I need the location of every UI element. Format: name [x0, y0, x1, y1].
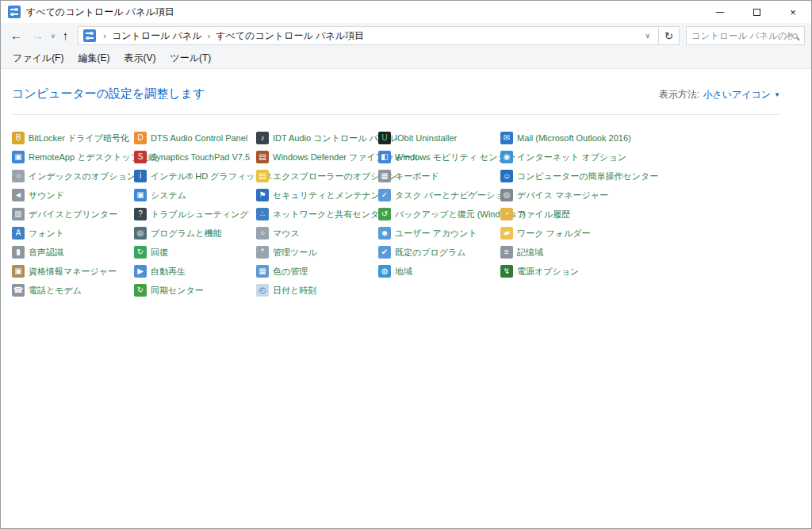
panel-item-backup-restore[interactable]: ↺ バックアップと復元 (Windows 7) [378, 208, 500, 220]
close-button[interactable]: × [775, 1, 811, 23]
back-button[interactable]: ← [6, 26, 27, 45]
panel-item-bitlocker[interactable]: B BitLocker ドライブ暗号化 [12, 132, 134, 144]
maximize-button[interactable] [738, 1, 775, 23]
up-button[interactable]: ↑ [58, 26, 74, 45]
breadcrumb-item-control-panel[interactable]: コントロール パネル [112, 29, 202, 43]
panel-item-credential-manager[interactable]: ▣ 資格情報マネージャー [12, 265, 134, 278]
panel-item-keyboard[interactable]: ▦ キーボード [378, 170, 500, 182]
panel-item-label: タスク バーとナビゲーション [395, 190, 513, 201]
panel-item-internet-options[interactable]: ◉ インターネット オプション [500, 151, 622, 163]
panel-item-work-folders[interactable]: ▰ ワーク フォルダー [500, 227, 622, 240]
panel-item-label: BitLocker ドライブ暗号化 [29, 132, 129, 144]
panel-item-sound[interactable]: ◄ サウンド [12, 189, 134, 201]
panel-item-label: DTS Audio Control Panel [151, 133, 247, 143]
items-grid: B BitLocker ドライブ暗号化 D DTS Audio Control … [12, 128, 811, 300]
menu-tools[interactable]: ツール(T) [163, 52, 218, 65]
panel-item-label: 同期センター [151, 285, 204, 297]
devices-printers-icon: ▥ [12, 208, 25, 220]
panel-item-speech-recognition[interactable]: ▮ 音声認識 [12, 246, 134, 259]
panel-item-mail[interactable]: ✉ Mail (Microsoft Outlook 2016) [500, 132, 622, 144]
panel-item-iobit-uninstaller[interactable]: U IObit Uninstaller [378, 132, 500, 144]
panel-item-user-accounts[interactable]: ☻ ユーザー アカウント [378, 227, 500, 240]
defender-firewall-icon: ▤ [256, 151, 269, 163]
panel-item-ease-of-access[interactable]: ☺ コンピューターの簡単操作センター [500, 170, 622, 182]
panel-item-fonts[interactable]: A フォント [12, 227, 134, 240]
panel-item-sync-center[interactable]: ↻ 同期センター [134, 284, 256, 297]
mouse-icon: ○ [256, 227, 269, 240]
panel-item-file-history[interactable]: ◔ ファイル履歴 [500, 208, 622, 220]
panel-item-device-manager[interactable]: ◎ デバイス マネージャー [500, 189, 622, 201]
panel-item-label: IObit Uninstaller [395, 133, 457, 143]
panel-item-region[interactable]: ◍ 地域 [378, 265, 500, 278]
power-options-icon: ↯ [500, 265, 513, 278]
panel-item-devices-printers[interactable]: ▥ デバイスとプリンター [12, 208, 134, 220]
region-icon: ◍ [378, 265, 391, 278]
panel-item-remoteapp[interactable]: ▣ RemoteApp とデスクトップ接続 [12, 151, 134, 163]
search-input[interactable] [691, 31, 792, 40]
panel-item-label: インデックスのオプション [29, 171, 136, 182]
panel-item-explorer-options[interactable]: ▤ エクスプローラーのオプション [256, 170, 378, 182]
panel-item-label: Windows モビリティ センター [395, 151, 515, 163]
panel-item-label: 既定のプログラム [395, 247, 466, 259]
breadcrumb-separator-icon: › [98, 31, 112, 40]
refresh-button[interactable]: ↻ [659, 26, 680, 45]
panel-item-recovery[interactable]: ↻ 回復 [134, 246, 256, 259]
panel-item-default-programs[interactable]: ✔ 既定のプログラム [378, 246, 500, 259]
work-folders-icon: ▰ [500, 227, 513, 240]
panel-item-label: ワーク フォルダー [517, 228, 591, 240]
panel-item-label: Mail (Microsoft Outlook 2016) [517, 133, 631, 143]
view-by-value[interactable]: 小さいアイコン [703, 88, 771, 102]
internet-options-icon: ◉ [500, 151, 513, 163]
search-box[interactable] [686, 26, 805, 45]
panel-item-label: 電源オプション [517, 266, 579, 278]
device-manager-icon: ◎ [500, 189, 513, 201]
control-panel-icon [8, 6, 21, 18]
panel-item-network-sharing[interactable]: ∴ ネットワークと共有センター [256, 208, 378, 220]
panel-item-dts-audio[interactable]: D DTS Audio Control Panel [134, 132, 256, 144]
panel-item-mouse[interactable]: ○ マウス [256, 227, 378, 240]
navigation-bar: ← → ∨ ↑ › コントロール パネル › すべてのコントロール パネル項目 … [1, 23, 811, 48]
panel-item-autoplay[interactable]: ▶ 自動再生 [134, 265, 256, 278]
panel-item-power-options[interactable]: ↯ 電源オプション [500, 265, 622, 278]
menu-edit[interactable]: 編集(E) [71, 52, 117, 65]
panel-item-programs-features[interactable]: ◎ プログラムと機能 [134, 227, 256, 240]
panel-item-security-maintenance[interactable]: ⚑ セキュリティとメンテナンス [256, 189, 378, 201]
minimize-icon [716, 12, 724, 13]
panel-item-idt-audio[interactable]: ♪ IDT Audio コントロール パネル [256, 132, 378, 144]
default-programs-icon: ✔ [378, 246, 391, 259]
panel-item-troubleshooting[interactable]: ? トラブルシューティング [134, 208, 256, 220]
panel-item-intel-graphics[interactable]: i インテル® HD グラフィックス [134, 170, 256, 182]
minimize-button[interactable] [702, 1, 738, 23]
panel-item-defender-firewall[interactable]: ▤ Windows Defender ファイアウォール [256, 151, 378, 163]
view-by-label: 表示方法: [659, 88, 699, 102]
panel-item-synaptics-touchpad[interactable]: S Synaptics TouchPad V7.5 [134, 151, 256, 163]
breadcrumb-separator-icon: › [202, 31, 216, 40]
view-by-dropdown-icon[interactable]: ▼ [774, 91, 780, 98]
menu-file[interactable]: ファイル(F) [6, 52, 71, 65]
maximize-icon [753, 9, 760, 16]
panel-item-taskbar[interactable]: ✓ タスク バーとナビゲーション [378, 189, 500, 201]
system-icon: ▣ [134, 189, 147, 201]
search-icon [792, 33, 798, 39]
panel-item-date-time[interactable]: ◴ 日付と時刻 [256, 284, 378, 297]
breadcrumb-item-all-items[interactable]: すべてのコントロール パネル項目 [216, 29, 364, 43]
panel-item-storage-spaces[interactable]: ≡ 記憶域 [500, 246, 622, 259]
breadcrumb-control-panel-icon [83, 29, 96, 42]
taskbar-icon: ✓ [378, 189, 391, 201]
menu-view[interactable]: 表示(V) [117, 52, 163, 65]
panel-item-label: 音声認識 [29, 247, 63, 259]
mail-icon: ✉ [500, 132, 513, 144]
keyboard-icon: ▦ [378, 170, 391, 182]
panel-item-phone-modem[interactable]: ☎ 電話とモデム [12, 284, 134, 297]
recovery-icon: ↻ [134, 246, 147, 259]
idt-audio-icon: ♪ [256, 132, 269, 144]
history-dropdown-icon[interactable]: ∨ [48, 33, 58, 40]
address-dropdown-icon[interactable]: ∨ [642, 32, 653, 40]
panel-item-system[interactable]: ▣ システム [134, 189, 256, 201]
panel-item-indexing-options[interactable]: ○ インデックスのオプション [12, 170, 134, 182]
panel-item-color-management[interactable]: ▦ 色の管理 [256, 265, 378, 278]
panel-item-label: IDT Audio コントロール パネル [273, 132, 396, 144]
panel-item-admin-tools[interactable]: * 管理ツール [256, 246, 378, 259]
address-bar[interactable]: › コントロール パネル › すべてのコントロール パネル項目 ∨ [78, 26, 659, 45]
panel-item-mobility-center[interactable]: ◧ Windows モビリティ センター [378, 151, 500, 163]
